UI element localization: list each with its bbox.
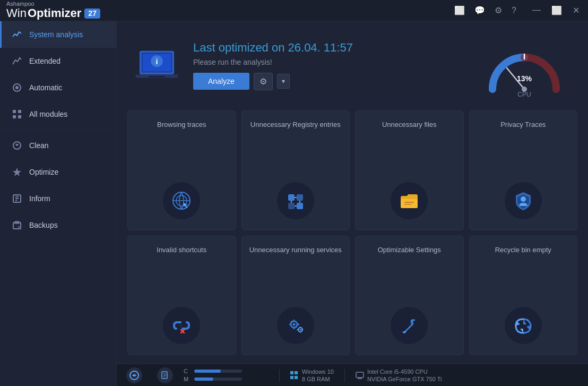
cpu-usage-row: C <box>184 368 269 374</box>
sidebar-label-clean: Clean <box>29 141 49 150</box>
analyze-settings-button[interactable]: ⚙ <box>254 73 273 90</box>
all-modules-icon <box>11 108 23 120</box>
sidebar-item-extended[interactable]: Extended <box>0 48 116 74</box>
unnecessary-files-icon <box>397 189 421 212</box>
svg-rect-30 <box>288 194 295 201</box>
clean-icon <box>11 140 23 151</box>
card-label-browsing-traces: Browsing traces <box>157 121 206 130</box>
svg-point-13 <box>18 226 20 228</box>
svg-rect-50 <box>297 324 299 325</box>
backups-icon <box>11 219 23 231</box>
sidebar-label-all-modules: All modules <box>29 110 67 118</box>
minimize-button[interactable]: — <box>530 4 543 16</box>
header-icon: i <box>133 47 180 84</box>
cpu-usage-bar <box>194 370 242 373</box>
card-unnecessary-registry[interactable]: Unnecessary Registry entries <box>241 110 350 230</box>
invalid-shortcuts-icon <box>170 314 193 337</box>
gpu-info-label: NVIDIA GeForce GTX 750 Ti <box>367 376 442 382</box>
analyze-button[interactable]: Analyze <box>193 73 249 90</box>
cpu-info-label: Intel Core i5-4590 CPU <box>367 368 442 375</box>
mem-usage-fill <box>194 378 213 381</box>
please-run-text: Please run the analysis! <box>193 58 464 66</box>
os-info: Windows 10 8 GB RAM <box>290 368 334 382</box>
titlebar-controls: ⬜ 💬 ⚙ ? — ⬜ ✕ <box>454 4 582 16</box>
mem-usage-row: M <box>184 376 269 382</box>
extended-icon <box>11 55 23 67</box>
optimize-icon <box>11 166 23 178</box>
window-buttons: — ⬜ ✕ <box>530 4 582 16</box>
card-privacy-traces[interactable]: Privacy Traces <box>469 110 578 230</box>
sidebar-label-automatic: Automatic <box>29 83 62 92</box>
close-button[interactable]: ✕ <box>570 4 582 16</box>
svg-text:13%: 13% <box>517 74 532 83</box>
sidebar-divider-1 <box>0 130 116 130</box>
unnecessary-running-services-icon-area <box>277 307 314 344</box>
chat-icon[interactable]: 💬 <box>474 5 485 15</box>
browsing-traces-icon <box>170 189 193 212</box>
svg-rect-38 <box>401 199 418 208</box>
ram-label: 8 GB RAM <box>302 376 334 382</box>
app-win: Win <box>6 7 27 20</box>
sidebar-label-inform: Inform <box>29 194 50 203</box>
status-bar: C M Windows 1 <box>117 364 588 386</box>
usage-section: C M <box>184 368 269 382</box>
system-analysis-icon <box>11 29 23 40</box>
settings-icon[interactable]: ⚙ <box>495 5 502 15</box>
file-icon <box>157 367 173 383</box>
os-label: Windows 10 <box>302 368 334 375</box>
automatic-icon <box>11 82 23 93</box>
recycle-bin-icon-area <box>505 307 542 344</box>
invalid-shortcuts-icon-area <box>163 307 200 344</box>
svg-point-41 <box>521 196 526 202</box>
svg-rect-57 <box>297 329 298 330</box>
card-invalid-shortcuts[interactable]: Invalid shortcuts <box>127 236 236 356</box>
svg-text:i: i <box>155 57 158 65</box>
help-icon[interactable]: ? <box>512 6 516 15</box>
card-label-invalid-shortcuts: Invalid shortcuts <box>157 246 206 255</box>
unnecessary-registry-icon <box>284 189 307 212</box>
card-label-unnecessary-files: Unnecessary files <box>382 121 437 130</box>
card-label-privacy-traces: Privacy Traces <box>500 121 546 130</box>
optimizable-settings-icon-area <box>391 307 428 344</box>
sidebar-item-backups[interactable]: Backups <box>0 212 116 238</box>
sidebar-item-clean[interactable]: Clean <box>0 132 116 159</box>
svg-point-59 <box>404 331 406 333</box>
cpu-gauge: 13% CPU <box>477 31 572 100</box>
unnecessary-registry-icon-area <box>277 182 314 219</box>
card-recycle-bin[interactable]: Recycle bin empty <box>469 236 578 356</box>
card-label-optimizable-settings: Optimizable Settings <box>378 246 441 255</box>
browsing-traces-icon-area <box>163 182 200 219</box>
card-optimizable-settings[interactable]: Optimizable Settings <box>355 236 464 356</box>
mem-usage-label: M <box>184 376 191 382</box>
gauge-svg: 13% CPU <box>477 31 572 100</box>
privacy-traces-icon-area <box>505 182 542 219</box>
unnecessary-files-icon-area <box>391 182 428 219</box>
sidebar-item-automatic[interactable]: Automatic <box>0 74 116 101</box>
privacy-traces-icon <box>512 189 535 212</box>
card-unnecessary-files[interactable]: Unnecessary files <box>355 110 464 230</box>
main-layout: System analysis Extended Automatic <box>0 21 588 386</box>
card-label-unnecessary-running-services: Unnecessary running services <box>249 246 342 255</box>
hardware-info-group: Intel Core i5-4590 CPU NVIDIA GeForce GT… <box>367 368 442 382</box>
card-browsing-traces[interactable]: Browsing traces <box>127 110 236 230</box>
svg-rect-58 <box>301 329 303 330</box>
sidebar-item-all-modules[interactable]: All modules <box>0 101 116 127</box>
cards-grid: Browsing traces Unnecessary Registry en <box>117 105 588 364</box>
svg-rect-65 <box>356 372 364 378</box>
analyze-dropdown-button[interactable]: ▾ <box>277 74 290 89</box>
card-label-recycle-bin: Recycle bin empty <box>495 246 551 255</box>
hardware-info: Intel Core i5-4590 CPU NVIDIA GeForce GT… <box>356 368 442 382</box>
svg-rect-32 <box>288 203 295 209</box>
svg-rect-20 <box>148 76 165 78</box>
card-unnecessary-running-services[interactable]: Unnecessary running services <box>241 236 350 356</box>
sidebar-item-optimize[interactable]: Optimize <box>0 159 116 185</box>
svg-text:CPU: CPU <box>517 91 531 98</box>
sidebar-item-inform[interactable]: Inform <box>0 185 116 212</box>
maximize-button[interactable]: ⬜ <box>549 4 564 16</box>
monitor-icon[interactable]: ⬜ <box>454 5 465 15</box>
status-divider-2 <box>344 369 345 382</box>
optimizable-settings-icon <box>397 314 421 337</box>
cpu-usage-fill <box>194 370 221 373</box>
windows-logo-icon <box>290 371 299 380</box>
sidebar-item-system-analysis[interactable]: System analysis <box>0 21 116 48</box>
